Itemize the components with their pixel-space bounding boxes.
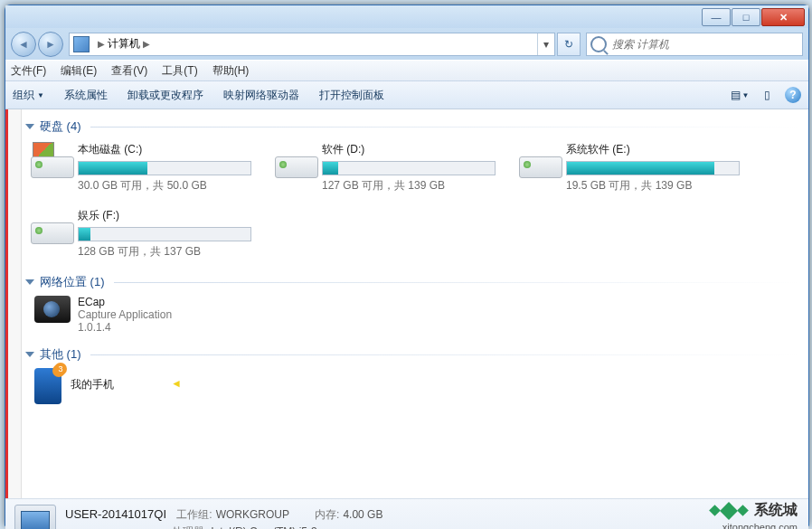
nav-back-button[interactable]: ◄ <box>11 32 36 57</box>
phone-icon: 3 <box>34 368 61 404</box>
details-pane: USER-20141017QI 工作组:WORKGROUP 内存:4.00 GB… <box>5 498 808 529</box>
toolbar: 组织▼ 系统属性 卸载或更改程序 映射网络驱动器 打开控制面板 ▤▼ ▯ ? <box>5 81 808 109</box>
maximize-icon: □ <box>743 13 750 23</box>
drive-stat: 19.5 GB 可用，共 139 GB <box>566 178 749 194</box>
close-icon: ✕ <box>779 13 788 23</box>
content-pane: 硬盘 (4) 本地磁盘 (C:)30.0 GB 可用，共 50.0 GB软件 (… <box>22 109 808 498</box>
computer-icon <box>73 36 90 52</box>
badge: 3 <box>54 363 67 375</box>
search-input[interactable] <box>610 37 795 52</box>
drive-name: 系统软件 (E:) <box>566 142 749 157</box>
body: 硬盘 (4) 本地磁盘 (C:)30.0 GB 可用，共 50.0 GB软件 (… <box>5 109 808 498</box>
details-computer-name: USER-20141017QI <box>65 507 166 521</box>
menu-edit[interactable]: 编辑(E) <box>61 63 97 79</box>
menu-file[interactable]: 文件(F) <box>11 63 46 79</box>
details-label: 处理器: <box>172 525 207 529</box>
chevron-down-icon: ▾ <box>543 38 549 51</box>
refresh-button[interactable]: ↻ <box>557 33 581 56</box>
nav-forward-button[interactable]: ► <box>38 32 63 57</box>
tb-organize[interactable]: 组织▼ <box>13 88 44 103</box>
net-item-name: ECap <box>78 296 172 308</box>
minimize-icon: — <box>712 13 722 23</box>
cursor-icon: ◄ <box>171 377 182 390</box>
usage-bar <box>566 161 740 175</box>
minimize-button[interactable]: — <box>702 8 731 26</box>
refresh-icon: ↻ <box>564 38 573 51</box>
net-item-version: 1.0.1.4 <box>78 321 172 334</box>
drive-stat: 127 GB 可用，共 139 GB <box>322 178 505 194</box>
titlebar: — □ ✕ <box>5 5 808 28</box>
collapse-icon <box>25 352 34 357</box>
drive-icon <box>519 142 561 178</box>
breadcrumb[interactable]: ▶ 计算机 ▶ ▾ <box>69 33 555 56</box>
drive-name: 本地磁盘 (C:) <box>78 142 260 157</box>
group-header-net[interactable]: 网络位置 (1) <box>22 269 808 292</box>
breadcrumb-item[interactable]: 计算机 <box>108 36 140 52</box>
group-header-hdd[interactable]: 硬盘 (4) <box>22 113 808 137</box>
drive-name: 软件 (D:) <box>322 142 505 157</box>
tb-map-drive[interactable]: 映射网络驱动器 <box>223 88 299 103</box>
tb-preview-pane-button[interactable]: ▯ <box>756 87 778 103</box>
usage-bar <box>78 161 251 175</box>
collapse-icon <box>25 124 34 129</box>
watermark-text: 系统城 <box>754 501 798 520</box>
breadcrumb-sep-icon: ▶ <box>143 39 150 49</box>
details-memory: 4.00 GB <box>343 508 382 521</box>
usage-bar <box>322 161 496 175</box>
menu-tools[interactable]: 工具(T) <box>162 63 197 79</box>
drive-icon <box>31 208 72 244</box>
drive-item[interactable]: 系统软件 (E:)19.5 GB 可用，共 139 GB <box>519 142 749 194</box>
group-title: 网络位置 (1) <box>40 274 105 290</box>
group-title: 其他 (1) <box>40 346 81 363</box>
close-button[interactable]: ✕ <box>761 8 805 26</box>
breadcrumb-sep-icon: ▶ <box>98 39 105 49</box>
tb-control-panel[interactable]: 打开控制面板 <box>319 88 384 103</box>
search-icon <box>590 36 607 52</box>
explorer-window: — □ ✕ ◄ ► ▶ 计算机 ▶ ▾ ↻ 文件(F) 编辑(E) 查看(V) … <box>5 5 809 526</box>
group-header-other[interactable]: 其他 (1) <box>22 341 808 364</box>
tb-view-button[interactable]: ▤▼ <box>729 87 751 103</box>
usage-bar <box>78 227 251 241</box>
computer-icon <box>14 505 56 529</box>
details-label: 工作组: <box>176 508 212 521</box>
nav-pane[interactable] <box>5 109 22 498</box>
menubar: 文件(F) 编辑(E) 查看(V) 工具(T) 帮助(H) <box>5 60 808 81</box>
menu-help[interactable]: 帮助(H) <box>212 63 250 79</box>
drive-stat: 128 GB 可用，共 137 GB <box>78 244 260 260</box>
camera-icon <box>34 296 71 323</box>
details-cpu: Intel(R) Core(TM) i5-3... <box>211 525 326 529</box>
drive-stat: 30.0 GB 可用，共 50.0 GB <box>78 178 260 194</box>
drive-icon <box>275 142 316 178</box>
details-label: 内存: <box>315 508 339 521</box>
drive-item[interactable]: 本地磁盘 (C:)30.0 GB 可用，共 50.0 GB <box>31 142 260 194</box>
menu-view[interactable]: 查看(V) <box>111 63 147 79</box>
chevron-down-icon: ▼ <box>37 91 44 99</box>
watermark-url: xitongcheng.com <box>722 522 798 529</box>
collapse-icon <box>25 279 34 285</box>
drive-item[interactable]: 娱乐 (F:)128 GB 可用，共 137 GB <box>31 208 260 260</box>
breadcrumb-dropdown[interactable]: ▾ <box>537 33 554 55</box>
drive-name: 娱乐 (F:) <box>78 208 260 223</box>
drives-container: 本地磁盘 (C:)30.0 GB 可用，共 50.0 GB软件 (D:)127 … <box>22 137 808 269</box>
drive-item[interactable]: 软件 (D:)127 GB 可用，共 139 GB <box>275 142 505 194</box>
details-workgroup: WORKGROUP <box>216 508 289 521</box>
watermark: 系统城 <box>709 501 798 520</box>
tb-system-properties[interactable]: 系统属性 <box>64 88 108 103</box>
net-item-desc: Capture Application <box>78 308 172 321</box>
address-row: ◄ ► ▶ 计算机 ▶ ▾ ↻ <box>5 28 808 60</box>
tb-help-button[interactable]: ? <box>785 87 801 103</box>
search-box[interactable] <box>586 33 803 56</box>
drive-icon <box>31 142 72 178</box>
other-item[interactable]: 3我的手机 <box>34 368 808 404</box>
other-item-name: 我的手机 <box>71 377 114 392</box>
network-item[interactable]: ECapCapture Application1.0.1.4 <box>34 296 808 334</box>
group-title: 硬盘 (4) <box>40 118 81 135</box>
tb-uninstall[interactable]: 卸载或更改程序 <box>127 88 203 103</box>
maximize-button[interactable]: □ <box>732 8 760 26</box>
